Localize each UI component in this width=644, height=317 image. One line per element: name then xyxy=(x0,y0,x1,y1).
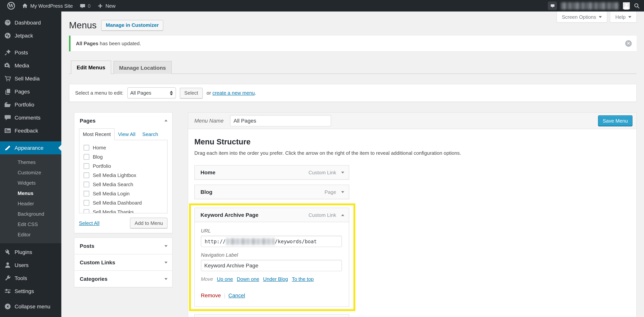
menu-item-label: Home xyxy=(200,169,216,175)
custom-links-metabox-header[interactable]: Custom Links xyxy=(74,254,172,271)
move-to-top-link[interactable]: To the top xyxy=(292,276,314,282)
submenu-item-header[interactable]: Header xyxy=(0,198,61,209)
sidebar-item-appearance[interactable]: Appearance xyxy=(0,141,61,154)
tab-view-all[interactable]: View All xyxy=(114,129,139,140)
cancel-link[interactable]: Cancel xyxy=(228,292,245,299)
checkbox[interactable] xyxy=(84,163,89,169)
submenu-item-widgets[interactable]: Widgets xyxy=(0,178,61,188)
sidebar-item-plugins[interactable]: Plugins xyxy=(0,246,61,259)
submenu-item-menus[interactable]: Menus xyxy=(0,188,61,198)
site-name-link[interactable]: My WordPress Site xyxy=(18,0,76,11)
select-all-link[interactable]: Select All xyxy=(79,220,100,226)
page-item-label: Home xyxy=(93,145,106,150)
move-under-blog-link[interactable]: Under Blog xyxy=(263,276,288,282)
submenu-item-themes[interactable]: Themes xyxy=(0,157,61,167)
collapse-up-icon[interactable] xyxy=(164,119,168,121)
save-menu-button[interactable]: Save Menu xyxy=(598,115,632,126)
expand-item-icon[interactable] xyxy=(341,191,344,193)
menu-item-blog[interactable]: Blog Page xyxy=(194,185,349,199)
manage-in-customizer-button[interactable]: Manage in Customizer xyxy=(101,20,163,30)
sidebar-item-pages[interactable]: Pages xyxy=(0,85,61,98)
tab-edit-menus[interactable]: Edit Menus xyxy=(71,60,111,74)
sidebar-item-users[interactable]: Users xyxy=(0,259,61,272)
tab-manage-locations[interactable]: Manage Locations xyxy=(113,61,172,74)
menu-item-settings: URL http:///keywords/boat Navigation Lab… xyxy=(194,222,349,307)
remove-link[interactable]: Remove xyxy=(201,292,221,299)
select-menu-button[interactable]: Select xyxy=(180,87,203,98)
sidebar-item-tools[interactable]: Tools xyxy=(0,272,61,285)
admin-menu: Dashboard Jetpack Posts Media Sell Media… xyxy=(0,11,61,154)
sidebar-item-jetpack[interactable]: Jetpack xyxy=(0,29,61,42)
page-item-label: Sell Media Search xyxy=(93,181,133,187)
notification-bubble-icon xyxy=(550,3,555,8)
search-icon[interactable] xyxy=(634,2,640,9)
checkbox[interactable] xyxy=(84,172,89,178)
notifications-button[interactable] xyxy=(548,1,557,10)
wrench-icon xyxy=(4,274,12,282)
sidebar-item-label: Appearance xyxy=(14,145,44,151)
yellow-highlight-annotation: Keyword Archive Page Custom Link URL htt… xyxy=(189,203,355,311)
submenu-item-edit-css[interactable]: Edit CSS xyxy=(0,219,61,230)
pages-metabox-header[interactable]: Pages xyxy=(74,113,172,128)
menu-item-type: Custom Link xyxy=(308,212,336,218)
collapse-item-icon[interactable] xyxy=(341,214,344,216)
url-suffix: /keywords/boat xyxy=(275,239,317,244)
collapse-menu-button[interactable]: Collapse menu xyxy=(0,300,61,313)
submenu-item-background[interactable]: Background xyxy=(0,209,61,219)
collapse-menu-label: Collapse menu xyxy=(14,304,50,310)
sidebar-item-dashboard[interactable]: Dashboard xyxy=(0,16,61,29)
menu-structure-body: Menu Structure Drag each item into the o… xyxy=(188,129,636,317)
pages-checklist: Home Blog Portfolio Sell Media Lightbox … xyxy=(79,140,168,213)
sidebar-item-sell-media[interactable]: Sell Media xyxy=(0,72,61,85)
sidebar-item-label: Tools xyxy=(14,275,27,281)
menu-item-about[interactable]: About Page xyxy=(194,314,349,317)
submenu-item-editor[interactable]: Editor xyxy=(0,230,61,240)
dismiss-notice-icon[interactable]: ✕ xyxy=(625,40,632,47)
add-to-menu-button[interactable]: Add to Menu xyxy=(130,218,168,228)
page-item-label: Sell Media Thanks xyxy=(93,209,134,213)
categories-metabox: Categories xyxy=(74,271,172,287)
move-up-one-link[interactable]: Up one xyxy=(217,276,233,282)
folder-icon xyxy=(4,101,12,108)
checkbox[interactable] xyxy=(84,200,89,206)
new-content-button[interactable]: New xyxy=(94,0,119,11)
categories-metabox-header[interactable]: Categories xyxy=(74,271,172,287)
expand-item-icon[interactable] xyxy=(341,171,344,173)
move-down-one-link[interactable]: Down one xyxy=(237,276,259,282)
tab-most-recent[interactable]: Most Recent xyxy=(79,128,114,140)
avatar[interactable] xyxy=(623,2,630,9)
collapse-down-icon[interactable] xyxy=(164,278,168,280)
user-display-name-redacted[interactable] xyxy=(561,2,619,9)
collapse-down-icon[interactable] xyxy=(164,262,168,263)
menu-item-keyword-archive-page[interactable]: Keyword Archive Page Custom Link xyxy=(194,208,349,222)
checkbox[interactable] xyxy=(84,191,89,196)
sidebar-item-settings[interactable]: Settings xyxy=(0,285,61,298)
sidebar-item-posts[interactable]: Posts xyxy=(0,46,61,59)
menu-item-home[interactable]: Home Custom Link xyxy=(194,165,349,180)
comments-shortcut[interactable]: 0 xyxy=(76,0,94,11)
sidebar-item-feedback[interactable]: Feedback xyxy=(0,124,61,137)
menus-layout: Pages Most Recent View All Search Home B… xyxy=(69,112,637,317)
sidebar-item-comments[interactable]: Comments xyxy=(0,111,61,124)
sidebar-item-portfolio[interactable]: Portfolio xyxy=(0,98,61,111)
menu-select-dropdown[interactable]: All Pages xyxy=(127,87,176,98)
wordpress-logo[interactable]: W xyxy=(4,0,18,11)
checkbox[interactable] xyxy=(84,145,89,150)
checkbox[interactable] xyxy=(84,154,89,160)
wordpress-logo-icon: W xyxy=(7,2,15,9)
help-tab[interactable]: Help xyxy=(610,11,637,22)
checkbox[interactable] xyxy=(84,181,89,187)
menu-name-input[interactable] xyxy=(230,115,332,126)
collapse-down-icon[interactable] xyxy=(164,245,168,247)
posts-metabox-header[interactable]: Posts xyxy=(74,238,172,254)
create-new-menu-link[interactable]: create a new menu xyxy=(212,90,255,96)
screen-options-tab[interactable]: Screen Options xyxy=(556,11,607,22)
checkbox[interactable] xyxy=(84,209,89,213)
navigation-label-input[interactable] xyxy=(201,260,342,271)
sidebar-item-media[interactable]: Media xyxy=(0,59,61,72)
url-input[interactable]: http:///keywords/boat xyxy=(201,236,342,247)
pages-metabox-body: Most Recent View All Search Home Blog Po… xyxy=(74,128,172,233)
tab-search[interactable]: Search xyxy=(139,129,162,140)
main-content: Screen Options Help Menus Manage in Cust… xyxy=(61,11,644,317)
submenu-item-customize[interactable]: Customize xyxy=(0,167,61,178)
